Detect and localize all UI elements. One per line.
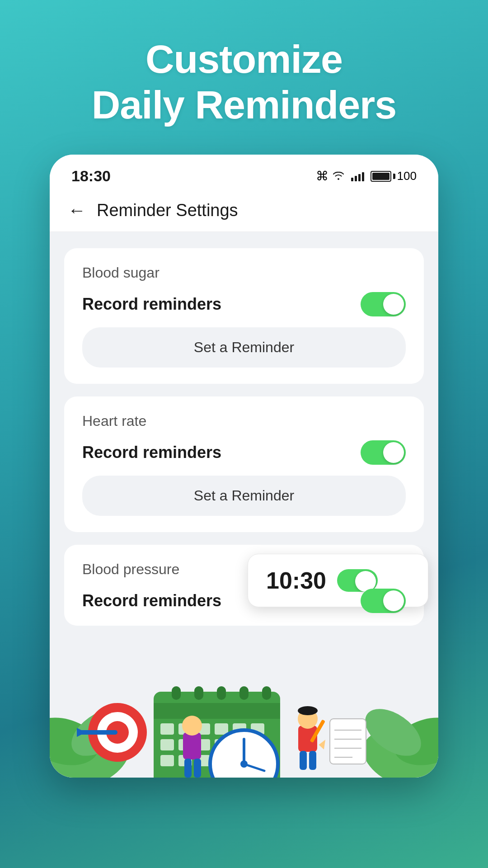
svg-point-44 (298, 706, 318, 715)
svg-rect-19 (160, 723, 174, 735)
blood-sugar-record-label: Record reminders (82, 295, 221, 314)
svg-rect-18 (154, 703, 280, 719)
blood-sugar-set-reminder-button[interactable]: Set a Reminder (82, 327, 406, 368)
heart-rate-reminder-row: Record reminders (82, 440, 406, 465)
phone-mockup: 18:30 ⌘ 100 (50, 155, 438, 778)
nav-bar: ← Reminder Settings (50, 192, 438, 232)
back-button[interactable]: ← (68, 200, 86, 221)
svg-rect-13 (172, 686, 181, 700)
heart-rate-record-label: Record reminders (82, 443, 221, 462)
svg-rect-34 (183, 732, 201, 760)
svg-rect-17 (262, 686, 271, 700)
svg-rect-16 (239, 686, 249, 700)
blood-sugar-title: Blood sugar (82, 264, 406, 281)
blood-pressure-record-label: Record reminders (82, 591, 221, 610)
page-header-title: Customize Daily Reminders (92, 36, 397, 127)
heart-rate-toggle[interactable] (361, 440, 406, 465)
status-icons: ⌘ 100 (316, 169, 417, 184)
blood-pressure-toggle[interactable] (361, 589, 406, 613)
blood-pressure-card: Blood pressure 10:30 Record reminders (64, 545, 424, 626)
blood-sugar-reminder-row: Record reminders (82, 292, 406, 316)
tooltip-time: 10:30 (266, 567, 326, 594)
heart-rate-card: Heart rate Record reminders Set a Remind… (64, 396, 424, 532)
heart-rate-set-reminder-button[interactable]: Set a Reminder (82, 476, 406, 516)
illustration-area (50, 633, 438, 778)
battery-icon: 100 (371, 169, 417, 183)
svg-rect-37 (194, 759, 201, 778)
svg-point-35 (182, 716, 202, 736)
wifi-icon: ⌘ (316, 169, 345, 184)
svg-rect-45 (300, 751, 307, 770)
svg-rect-36 (184, 759, 192, 778)
svg-rect-46 (309, 751, 316, 770)
nav-title: Reminder Settings (97, 201, 238, 220)
svg-rect-22 (215, 723, 228, 735)
svg-rect-15 (217, 686, 226, 700)
status-bar: 18:30 ⌘ 100 (50, 155, 438, 192)
signal-icon (351, 171, 364, 181)
blood-sugar-toggle[interactable] (361, 292, 406, 316)
blood-sugar-card: Blood sugar Record reminders Set a Remin… (64, 248, 424, 384)
content-area: Blood sugar Record reminders Set a Remin… (50, 232, 438, 642)
svg-rect-25 (160, 739, 174, 750)
svg-rect-14 (194, 686, 203, 700)
status-time: 18:30 (71, 167, 111, 185)
heart-rate-title: Heart rate (82, 413, 406, 429)
svg-rect-31 (160, 755, 174, 766)
